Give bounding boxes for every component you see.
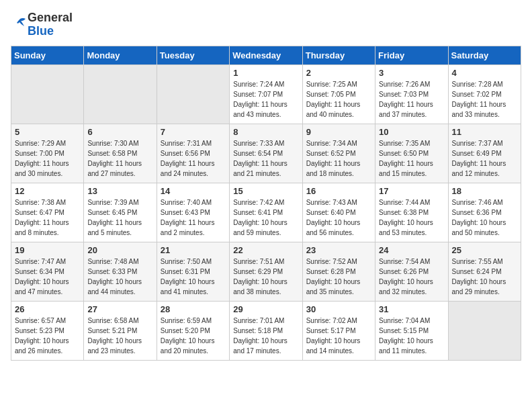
calendar-cell: 14Sunrise: 7:40 AMSunset: 6:43 PMDayligh…: [157, 183, 229, 242]
logo-bird-icon: [11, 17, 26, 32]
day-info: Sunrise: 7:42 AMSunset: 6:41 PMDaylight:…: [233, 197, 298, 238]
day-info: Sunrise: 7:55 AMSunset: 6:24 PMDaylight:…: [452, 257, 517, 297]
weekday-header-monday: Monday: [84, 46, 157, 65]
day-info: Sunrise: 6:57 AMSunset: 5:23 PMDaylight:…: [15, 316, 80, 356]
day-number: 29: [233, 304, 298, 314]
weekday-header-row: SundayMondayTuesdayWednesdayThursdayFrid…: [11, 46, 521, 65]
calendar-cell: 3Sunrise: 7:26 AMSunset: 7:03 PMDaylight…: [375, 65, 448, 124]
calendar-cell: 1Sunrise: 7:24 AMSunset: 7:07 PMDaylight…: [230, 65, 302, 124]
day-number: 14: [161, 186, 226, 196]
day-number: 28: [161, 304, 226, 314]
logo-blue-text: Blue: [28, 24, 54, 38]
calendar-cell: 22Sunrise: 7:51 AMSunset: 6:29 PMDayligh…: [230, 242, 302, 302]
day-info: Sunrise: 7:46 AMSunset: 6:36 PMDaylight:…: [452, 197, 517, 238]
logo-container: General Blue: [11, 11, 73, 38]
day-info: Sunrise: 7:01 AMSunset: 5:18 PMDaylight:…: [233, 316, 298, 356]
calendar-cell: 15Sunrise: 7:42 AMSunset: 6:41 PMDayligh…: [230, 183, 302, 242]
day-info: Sunrise: 7:02 AMSunset: 5:17 PMDaylight:…: [306, 316, 371, 356]
day-number: 3: [379, 68, 444, 78]
calendar-cell: 11Sunrise: 7:37 AMSunset: 6:49 PMDayligh…: [448, 124, 521, 183]
calendar-cell: [157, 65, 229, 124]
weekday-header-wednesday: Wednesday: [230, 46, 302, 65]
day-info: Sunrise: 7:39 AMSunset: 6:45 PMDaylight:…: [87, 197, 152, 238]
weekday-header-tuesday: Tuesday: [157, 46, 229, 65]
day-info: Sunrise: 7:47 AMSunset: 6:34 PMDaylight:…: [15, 257, 80, 297]
day-info: Sunrise: 7:30 AMSunset: 6:58 PMDaylight:…: [87, 138, 152, 179]
calendar-cell: 28Sunrise: 6:59 AMSunset: 5:20 PMDayligh…: [157, 302, 229, 361]
calendar-week-row: 1Sunrise: 7:24 AMSunset: 7:07 PMDaylight…: [11, 65, 521, 124]
calendar-cell: 13Sunrise: 7:39 AMSunset: 6:45 PMDayligh…: [84, 183, 157, 242]
day-info: Sunrise: 7:04 AMSunset: 5:15 PMDaylight:…: [379, 316, 444, 356]
calendar-cell: 27Sunrise: 6:58 AMSunset: 5:21 PMDayligh…: [84, 302, 157, 361]
day-number: 12: [15, 186, 80, 196]
day-number: 16: [306, 186, 371, 196]
calendar-cell: 12Sunrise: 7:38 AMSunset: 6:47 PMDayligh…: [11, 183, 84, 242]
day-number: 18: [452, 186, 517, 196]
calendar-cell: 10Sunrise: 7:35 AMSunset: 6:50 PMDayligh…: [375, 124, 448, 183]
page-header: General Blue: [11, 11, 521, 38]
day-number: 15: [233, 186, 298, 196]
day-info: Sunrise: 7:37 AMSunset: 6:49 PMDaylight:…: [452, 138, 517, 179]
day-number: 5: [15, 127, 80, 137]
day-info: Sunrise: 7:33 AMSunset: 6:54 PMDaylight:…: [233, 138, 298, 179]
day-info: Sunrise: 7:38 AMSunset: 6:47 PMDaylight:…: [15, 197, 80, 238]
day-number: 25: [452, 245, 517, 255]
calendar-week-row: 19Sunrise: 7:47 AMSunset: 6:34 PMDayligh…: [11, 242, 521, 302]
day-number: 9: [306, 127, 371, 137]
calendar-cell: 4Sunrise: 7:28 AMSunset: 7:02 PMDaylight…: [448, 65, 521, 124]
weekday-header-sunday: Sunday: [11, 46, 84, 65]
weekday-header-friday: Friday: [375, 46, 448, 65]
calendar-cell: 9Sunrise: 7:34 AMSunset: 6:52 PMDaylight…: [302, 124, 375, 183]
day-number: 19: [15, 245, 80, 255]
calendar-cell: 25Sunrise: 7:55 AMSunset: 6:24 PMDayligh…: [448, 242, 521, 302]
logo-general-text: General: [28, 11, 73, 24]
day-number: 27: [87, 304, 152, 314]
calendar-cell: 6Sunrise: 7:30 AMSunset: 6:58 PMDaylight…: [84, 124, 157, 183]
day-info: Sunrise: 7:48 AMSunset: 6:33 PMDaylight:…: [87, 257, 152, 297]
day-info: Sunrise: 7:44 AMSunset: 6:38 PMDaylight:…: [379, 197, 444, 238]
weekday-header-saturday: Saturday: [448, 46, 521, 65]
day-number: 7: [161, 127, 226, 137]
day-info: Sunrise: 6:59 AMSunset: 5:20 PMDaylight:…: [161, 316, 226, 356]
calendar-cell: 18Sunrise: 7:46 AMSunset: 6:36 PMDayligh…: [448, 183, 521, 242]
day-number: 2: [306, 68, 371, 78]
day-number: 24: [379, 245, 444, 255]
day-info: Sunrise: 7:24 AMSunset: 7:07 PMDaylight:…: [233, 79, 298, 120]
calendar-cell: 2Sunrise: 7:25 AMSunset: 7:05 PMDaylight…: [302, 65, 375, 124]
calendar-cell: 29Sunrise: 7:01 AMSunset: 5:18 PMDayligh…: [230, 302, 302, 361]
calendar-cell: 19Sunrise: 7:47 AMSunset: 6:34 PMDayligh…: [11, 242, 84, 302]
day-number: 17: [379, 186, 444, 196]
calendar-cell: 23Sunrise: 7:52 AMSunset: 6:28 PMDayligh…: [302, 242, 375, 302]
calendar-cell: 5Sunrise: 7:29 AMSunset: 7:00 PMDaylight…: [11, 124, 84, 183]
day-info: Sunrise: 7:43 AMSunset: 6:40 PMDaylight:…: [306, 197, 371, 238]
calendar-cell: 30Sunrise: 7:02 AMSunset: 5:17 PMDayligh…: [302, 302, 375, 361]
day-number: 10: [379, 127, 444, 137]
calendar-cell: 31Sunrise: 7:04 AMSunset: 5:15 PMDayligh…: [375, 302, 448, 361]
day-number: 8: [233, 127, 298, 137]
day-info: Sunrise: 6:58 AMSunset: 5:21 PMDaylight:…: [87, 316, 152, 356]
day-number: 4: [452, 68, 517, 78]
day-info: Sunrise: 7:40 AMSunset: 6:43 PMDaylight:…: [161, 197, 226, 238]
calendar-week-row: 26Sunrise: 6:57 AMSunset: 5:23 PMDayligh…: [11, 302, 521, 361]
calendar-cell: [84, 65, 157, 124]
day-info: Sunrise: 7:52 AMSunset: 6:28 PMDaylight:…: [306, 257, 371, 297]
calendar-cell: 16Sunrise: 7:43 AMSunset: 6:40 PMDayligh…: [302, 183, 375, 242]
calendar-cell: 17Sunrise: 7:44 AMSunset: 6:38 PMDayligh…: [375, 183, 448, 242]
calendar-cell: [11, 65, 84, 124]
day-info: Sunrise: 7:25 AMSunset: 7:05 PMDaylight:…: [306, 79, 371, 120]
day-number: 22: [233, 245, 298, 255]
day-number: 30: [306, 304, 371, 314]
day-number: 6: [87, 127, 152, 137]
day-number: 23: [306, 245, 371, 255]
day-number: 11: [452, 127, 517, 137]
calendar-week-row: 5Sunrise: 7:29 AMSunset: 7:00 PMDaylight…: [11, 124, 521, 183]
calendar-cell: 7Sunrise: 7:31 AMSunset: 6:56 PMDaylight…: [157, 124, 229, 183]
day-number: 31: [379, 304, 444, 314]
day-info: Sunrise: 7:51 AMSunset: 6:29 PMDaylight:…: [233, 257, 298, 297]
calendar-cell: 20Sunrise: 7:48 AMSunset: 6:33 PMDayligh…: [84, 242, 157, 302]
day-info: Sunrise: 7:31 AMSunset: 6:56 PMDaylight:…: [161, 138, 226, 179]
calendar-cell: [448, 302, 521, 361]
day-number: 13: [87, 186, 152, 196]
calendar-cell: 21Sunrise: 7:50 AMSunset: 6:31 PMDayligh…: [157, 242, 229, 302]
logo: General Blue: [11, 11, 73, 38]
